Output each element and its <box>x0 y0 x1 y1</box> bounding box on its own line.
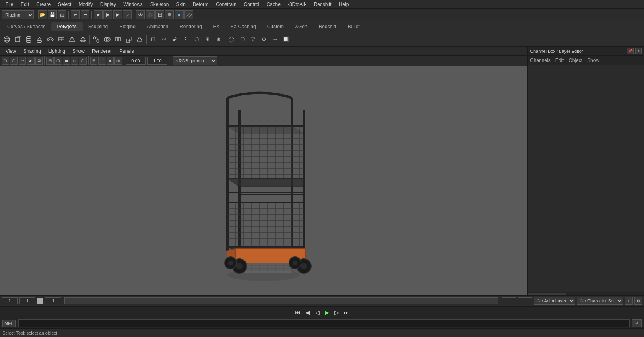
menu-cache[interactable]: Cache <box>263 1 284 8</box>
menu-display[interactable]: Display <box>97 1 119 8</box>
paint-sel-icon[interactable]: 🖌 <box>169 34 180 45</box>
show-menu[interactable]: Show <box>69 48 88 55</box>
view-grid[interactable]: ⊞ <box>46 57 54 65</box>
go-to-end-btn[interactable]: ⏭ <box>342 308 351 317</box>
smooth-icon[interactable]: ◯ <box>226 34 237 45</box>
tab-rendering[interactable]: Rendering <box>174 22 207 31</box>
tab-object[interactable]: Object <box>568 58 582 63</box>
char-set-btn2[interactable]: ⚙ <box>634 297 642 305</box>
bridge-icon[interactable] <box>134 34 145 45</box>
command-submit-btn[interactable]: ⏎ <box>632 319 642 327</box>
reduce-icon[interactable]: ▽ <box>248 34 258 45</box>
menu-control[interactable]: Control <box>241 1 263 8</box>
anim-layer-selector[interactable]: No Anim Layer <box>534 297 575 305</box>
sphere-icon[interactable] <box>2 34 12 45</box>
tab-channels[interactable]: Channels <box>530 58 551 63</box>
render-preview[interactable]: 👁 <box>136 10 145 19</box>
save-btn[interactable]: 💾 <box>48 10 57 19</box>
combine-icon[interactable] <box>113 34 123 45</box>
current-frame-input[interactable] <box>19 297 35 304</box>
command-input[interactable] <box>18 319 630 327</box>
menu-select[interactable]: Select <box>55 1 74 8</box>
viewport-canvas[interactable]: X Y Z persp <box>0 66 527 327</box>
extrude-icon[interactable] <box>124 34 134 45</box>
view-wire[interactable]: ⬡ <box>54 57 62 65</box>
tab-show[interactable]: Show <box>587 58 599 63</box>
menu-skeleton[interactable]: Skeleton <box>147 1 172 8</box>
view-menu[interactable]: View <box>2 48 19 55</box>
append-poly-icon[interactable]: ⊞ <box>202 34 213 45</box>
shading-menu[interactable]: Shading <box>20 48 44 55</box>
undo-btn[interactable]: ↩ <box>71 10 80 19</box>
character-set-selector[interactable]: No Character Set <box>577 297 623 305</box>
render-settings[interactable]: ⚙ <box>165 10 174 19</box>
select-mode-obj[interactable]: ⬡ <box>2 57 9 65</box>
menu-edit[interactable]: Edit <box>17 1 32 8</box>
snap-view[interactable]: ◎ <box>114 57 122 65</box>
fill-hole-icon[interactable]: ⬡ <box>191 34 202 45</box>
near-clip-input[interactable] <box>126 57 146 65</box>
menu-create[interactable]: Create <box>33 1 54 8</box>
timeline-scrub-bar[interactable] <box>64 297 498 304</box>
remesh-icon[interactable]: ⬡ <box>237 34 248 45</box>
tab-fx[interactable]: FX <box>208 22 225 31</box>
cylinder-icon[interactable] <box>23 34 34 45</box>
tab-rigging[interactable]: Rigging <box>114 22 141 31</box>
tab-fx-caching[interactable]: FX Caching <box>225 22 262 31</box>
uv-icon[interactable]: 🔲 <box>281 34 291 45</box>
render3[interactable]: 🎞 <box>155 10 164 19</box>
edge-loop-icon[interactable]: ⊡ <box>148 34 158 45</box>
torus-icon[interactable] <box>45 34 56 45</box>
snap-grid[interactable]: ⊞ <box>90 57 97 65</box>
char-set-btn1[interactable]: + <box>625 297 633 305</box>
color-space-select[interactable]: sRGB gamma <box>173 56 217 65</box>
anim-btn1[interactable]: ▶ <box>94 10 103 19</box>
paint-sel[interactable]: 🖌 <box>27 57 35 65</box>
render2[interactable]: 🎥 <box>146 10 155 19</box>
menu-help[interactable]: Help <box>336 1 352 8</box>
snap-mode[interactable]: ⊠ <box>35 57 43 65</box>
edge-flow-icon[interactable]: ⌇ <box>180 34 191 45</box>
operations-icon[interactable] <box>91 34 101 45</box>
menu-modify[interactable]: Modify <box>75 1 96 8</box>
redo-btn[interactable]: ↪ <box>80 10 89 19</box>
right-panel-close[interactable]: ✕ <box>635 48 642 54</box>
open-btn[interactable]: 📂 <box>38 10 47 19</box>
view-xray[interactable]: ◻ <box>71 57 78 65</box>
view-shaded-wire[interactable]: ⬡ <box>79 57 87 65</box>
menu-constrain[interactable]: Constrain <box>213 1 239 8</box>
workspace-selector[interactable]: Rigging <box>2 10 34 19</box>
anim-btn2[interactable]: ▶ <box>103 10 112 19</box>
anim-end-input[interactable]: 200 <box>518 297 532 304</box>
booleans-icon[interactable] <box>102 34 112 45</box>
save2-btn[interactable]: 🗂 <box>58 10 66 19</box>
select-mode-comp[interactable]: ✏ <box>19 57 26 65</box>
view-shaded[interactable]: ◼ <box>63 57 70 65</box>
range-end-input[interactable]: 120 <box>502 297 516 304</box>
step-back-btn[interactable]: ◀ <box>303 308 312 317</box>
play-forward-btn[interactable]: ▶ <box>322 308 331 317</box>
tab-custom[interactable]: Custom <box>262 22 289 31</box>
prism-icon[interactable] <box>67 34 77 45</box>
tab-edit[interactable]: Edit <box>555 58 564 63</box>
lighting-menu[interactable]: Lighting <box>45 48 68 55</box>
menu-deform[interactable]: Deform <box>190 1 212 8</box>
multi-cut-icon[interactable]: ✂ <box>159 34 169 45</box>
menu-redshift[interactable]: Redshift <box>311 1 335 8</box>
tab-bullet[interactable]: Bullet <box>342 22 365 31</box>
go-to-start-btn[interactable]: ⏮ <box>293 308 302 317</box>
menu-windows[interactable]: Windows <box>120 1 146 8</box>
renderer-menu[interactable]: Renderer <box>89 48 115 55</box>
tab-sculpting[interactable]: Sculpting <box>83 22 114 31</box>
tab-xgen[interactable]: XGen <box>289 22 313 31</box>
right-panel-pin[interactable]: 📌 <box>627 48 634 54</box>
anim-extra[interactable]: ▷▷ <box>184 10 193 19</box>
panels-menu[interactable]: Panels <box>116 48 137 55</box>
tab-curves-surfaces[interactable]: Curves / Surfaces <box>2 22 51 31</box>
interactive-render[interactable]: ● <box>175 10 184 19</box>
merge-icon[interactable]: ⊕ <box>213 34 223 45</box>
snap-curve[interactable]: ⌒ <box>98 57 106 65</box>
mirror-icon[interactable]: ↔ <box>270 34 280 45</box>
tab-animation[interactable]: Animation <box>141 22 174 31</box>
anim-btn3[interactable]: ▶ <box>113 10 122 19</box>
